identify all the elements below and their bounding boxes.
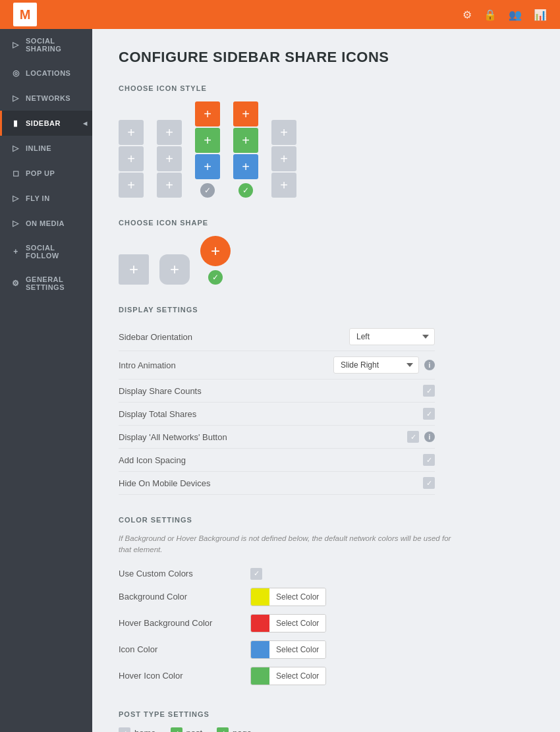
hover-icon-color-picker[interactable]: Select Color (250, 667, 326, 685)
post-checkbox[interactable]: ✓ (171, 727, 182, 733)
post-type-row: ✓ home ✓ post ✓ page (119, 727, 534, 733)
hover-bg-color-swatch (251, 614, 269, 633)
use-custom-checkbox[interactable]: ✓ (250, 568, 262, 580)
icon-spacing-checkbox[interactable]: ✓ (423, 454, 435, 466)
color-note: If Background or Hover Background is not… (119, 533, 461, 556)
post-type-page[interactable]: ✓ page (217, 727, 252, 733)
icon-shape-section: Choose Icon Shape + + + ✓ (119, 219, 534, 285)
icon-color-label: Icon Color (119, 644, 250, 654)
square-shape-btn: + (119, 254, 149, 285)
sidebar-label-flyin: Fly In (26, 194, 50, 202)
circle-shape-btn: + (200, 236, 231, 266)
all-networks-checkbox[interactable]: ✓ (407, 431, 419, 443)
sidebar-item-flyin[interactable]: ▷ Fly In (0, 186, 92, 211)
lock-icon[interactable]: 🔒 (484, 9, 497, 21)
sidebar-label-inline: Inline (26, 144, 51, 152)
icon-style-4[interactable]: + + + ✓ (233, 101, 258, 198)
color-settings-section: Color Settings If Background or Hover Ba… (119, 516, 534, 689)
share-counts-control: ✓ (423, 385, 435, 397)
animation-label: Intro Animation (119, 360, 333, 370)
sidebar-item-locations[interactable]: ◎ Locations (0, 61, 92, 86)
gray-check-circle: ✓ (200, 183, 215, 198)
rounded-shape-btn: + (159, 254, 190, 285)
home-checkbox[interactable]: ✓ (119, 727, 130, 733)
icon-style-row: + + + + + + + + (119, 101, 534, 198)
hover-icon-color-btn-label: Select Color (269, 667, 325, 685)
icon-btn-blue2: + (233, 154, 258, 179)
hover-bg-color-label: Hover Background Color (119, 618, 250, 628)
use-custom-row: Use Custom Colors ✓ (119, 564, 534, 584)
total-shares-checkbox[interactable]: ✓ (423, 408, 435, 420)
icon-color-picker[interactable]: Select Color (250, 640, 326, 659)
sidebar-item-social-sharing[interactable]: ▷ Social Sharing (0, 29, 92, 61)
hover-bg-color-btn-label: Select Color (269, 615, 325, 632)
sidebar-icon: ▮ (11, 119, 20, 128)
setting-icon-spacing: Add Icon Spacing ✓ (119, 449, 435, 472)
icon-style-2[interactable]: + + + (157, 120, 182, 198)
sidebar-item-general-settings[interactable]: ⚙ General Settings (0, 267, 92, 299)
network-icon: ▷ (11, 94, 20, 103)
animation-info-icon[interactable]: i (424, 360, 435, 370)
share-counts-label: Display Share Counts (119, 386, 423, 396)
popup-icon: ◻ (11, 169, 20, 178)
sidebar-item-sidebar[interactable]: ▮ Sidebar (0, 111, 92, 136)
all-networks-info-icon[interactable]: i (424, 432, 435, 442)
hide-mobile-checkbox[interactable]: ✓ (423, 477, 435, 489)
sidebar-label-networks: Networks (26, 94, 70, 102)
icon-btn-gray: + (119, 173, 144, 198)
icon-style-3[interactable]: + + + ✓ (195, 101, 220, 198)
page-checkbox[interactable]: ✓ (217, 727, 229, 733)
sidebar-label-general-settings: General Settings (26, 275, 83, 291)
color-settings-title: Color Settings (119, 516, 534, 524)
icon-btn-gray: + (119, 146, 144, 171)
orientation-dropdown[interactable]: LeftRight (349, 328, 435, 345)
main-content: Configure Sidebar Share Icons Choose Ico… (92, 29, 560, 732)
sidebar-item-popup[interactable]: ◻ Pop Up (0, 161, 92, 186)
icon-btn-orange2: + (233, 101, 258, 127)
chart-icon[interactable]: 📊 (534, 9, 547, 21)
icon-btn-green2: + (233, 128, 258, 153)
sidebar-label-social-follow: Social Follow (26, 244, 83, 260)
shape-square-item[interactable]: + (119, 254, 149, 285)
setting-total-shares: Display Total Shares ✓ (119, 403, 435, 426)
hover-icon-color-label: Hover Icon Color (119, 671, 250, 681)
shape-circle-item[interactable]: + ✓ (200, 236, 231, 285)
header-icons: ⚙ 🔒 👥 📊 (462, 9, 547, 21)
icon-color-swatch (251, 640, 269, 659)
logo[interactable]: M (13, 3, 37, 26)
bg-color-btn-label: Select Color (269, 588, 325, 605)
all-networks-control: ✓ i (407, 431, 435, 443)
setting-orientation: Sidebar Orientation LeftRight (119, 323, 435, 351)
green-check-circle: ✓ (238, 183, 253, 198)
sidebar-item-networks[interactable]: ▷ Networks (0, 86, 92, 111)
sidebar-item-inline[interactable]: ▷ Inline (0, 136, 92, 161)
settings-table: Sidebar Orientation LeftRight Intro Anim… (119, 323, 435, 495)
main-layout: ▷ Social Sharing ◎ Locations ▷ Networks … (0, 29, 560, 732)
icon-shape-row: + + + ✓ (119, 236, 534, 285)
sidebar-item-social-follow[interactable]: + Social Follow (0, 236, 92, 267)
share-counts-checkbox[interactable]: ✓ (423, 385, 435, 397)
post-type-home[interactable]: ✓ home (119, 727, 156, 733)
icon-btn-gray2: + (157, 173, 182, 198)
icon-btn-gray3: + (271, 146, 296, 171)
icon-spacing-control: ✓ (423, 454, 435, 466)
setting-animation: Intro Animation Slide RightSlide LeftFad… (119, 351, 435, 380)
sidebar-item-onmedia[interactable]: ▷ On Media (0, 211, 92, 236)
animation-dropdown[interactable]: Slide RightSlide LeftFade (333, 356, 419, 374)
users-icon[interactable]: 👥 (509, 9, 522, 21)
bg-color-picker[interactable]: Select Color (250, 588, 326, 606)
hover-bg-color-picker[interactable]: Select Color (250, 614, 326, 633)
icon-shape-title: Choose Icon Shape (119, 219, 534, 227)
icon-style-title: Choose Icon Style (119, 84, 534, 92)
post-type-section: Post Type Settings ✓ home ✓ post ✓ page (119, 710, 534, 733)
settings-icon: ⚙ (11, 279, 20, 288)
icon-btn-gray3: + (271, 173, 296, 198)
share-icon: ▷ (11, 40, 20, 49)
icon-style-1[interactable]: + + + (119, 120, 144, 198)
icon-style-5[interactable]: + + + (271, 120, 296, 198)
post-label: post (186, 728, 203, 732)
shape-rounded-item[interactable]: + (159, 254, 190, 285)
gear-icon[interactable]: ⚙ (462, 9, 472, 21)
sidebar-label-social-sharing: Social Sharing (26, 37, 83, 53)
post-type-post[interactable]: ✓ post (171, 727, 203, 733)
